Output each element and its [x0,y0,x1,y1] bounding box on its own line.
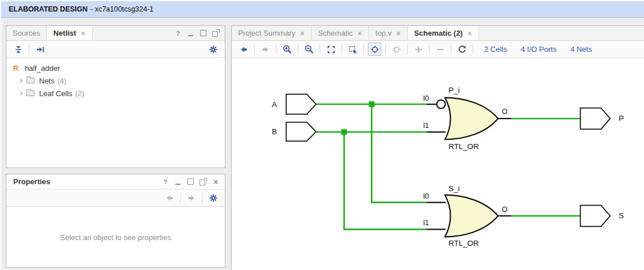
tree-item-half-adder[interactable]: R half_adder [6,62,225,74]
vivado-window: ELABORATED DESIGN - xc7a100tcsg324-1 Sou… [0,0,644,270]
tree-item-leaf-cells[interactable]: Leaf Cells (2) [6,87,225,100]
minimize-icon[interactable] [174,178,182,185]
close-icon[interactable] [300,29,305,37]
gate-P_i-type: RTL_OR [448,142,479,151]
output-port-P[interactable] [580,108,610,130]
expand-cone-button[interactable] [390,43,403,56]
chevron-right-icon[interactable] [18,91,22,95]
properties-title: Properties [13,177,50,186]
select-area-button[interactable] [346,43,359,56]
tree-item-nets-count: (4) [57,77,67,85]
minimize-icon[interactable] [187,29,194,37]
gate-S_i-pin-I0: I0 [423,192,429,200]
schematic-drawing: A B P S P_i RTL_OR I0 I1 O S_i RTL_OR [232,58,644,270]
maximize-icon[interactable] [187,178,194,185]
properties-forward-button[interactable] [185,191,198,204]
forward-button[interactable] [259,43,272,56]
gate-P_i-pin-I0: I0 [423,94,429,102]
help-icon[interactable] [162,178,169,185]
netlist-panel-tabbar: Sources Netlist [6,26,225,41]
tree-item-nets-label: Nets [39,77,55,85]
tab-netlist[interactable]: Netlist [47,26,93,40]
regenerate-button[interactable] [455,43,469,56]
schematic-canvas[interactable]: A B P S P_i RTL_OR I0 I1 O S_i RTL_OR [232,58,644,270]
tree-item-nets[interactable]: Nets (4) [6,74,225,87]
plus-icon [414,45,423,54]
netlist-toolbar [6,41,225,58]
input-port-B[interactable] [286,122,316,141]
gate-S_i-pin-O: O [502,206,508,214]
io-ports-count-link[interactable]: 4 I/O Ports [521,45,557,54]
collapse-all-button[interactable] [12,43,25,56]
netlist-settings-button[interactable] [206,43,220,56]
maximize-icon[interactable] [200,29,207,37]
toolbar-divider [363,44,364,55]
zoom-out-button[interactable] [302,43,316,56]
input-port-A[interactable] [286,94,316,115]
tab-project-summary-label: Project Summary [238,29,296,37]
device-part-label: - xc7a100tcsg324-1 [90,5,154,13]
schematic-stats: 2 Cells 4 I/O Ports 4 Nets [484,45,592,54]
float-icon[interactable] [200,178,207,185]
properties-back-button[interactable] [163,191,176,204]
toolbar-divider [407,44,408,55]
refresh-icon [458,45,467,54]
cells-count-link[interactable]: 2 Cells [484,45,507,54]
toolbar-divider [202,193,202,203]
arrow-left-icon [239,45,248,54]
panel-window-controls [174,26,225,40]
tab-topv[interactable]: top.v [369,26,408,40]
expand-to-selection-button[interactable] [33,43,47,56]
zoom-fit-button[interactable] [324,43,338,56]
gate-P_i-pin-I1: I1 [423,121,429,130]
net-junction[interactable] [369,101,374,107]
crosshair-icon [370,45,379,54]
tab-project-summary[interactable]: Project Summary [232,26,312,40]
float-icon[interactable] [212,29,220,37]
autofit-selection-toggle[interactable] [368,43,381,56]
nets-count-link[interactable]: 4 Nets [570,45,592,54]
close-icon[interactable] [212,178,220,185]
properties-toolbar [6,189,225,207]
schematic-panel: Project Summary Schematic top.v Schemati… [231,25,644,270]
remove-from-schematic-button[interactable] [434,43,447,56]
net-junction[interactable] [341,129,347,135]
close-icon[interactable] [467,29,472,37]
properties-header: Properties [6,174,225,189]
zoom-fit-icon [327,45,336,54]
zoom-out-icon [304,44,314,54]
gate-P_i-or-shape[interactable] [445,98,498,140]
add-to-schematic-button[interactable] [412,43,425,56]
gate-S_i-or-shape[interactable] [445,195,498,237]
tab-schematic-2[interactable]: Schematic (2) [408,26,479,40]
zoom-in-button[interactable] [281,43,294,56]
folder-icon [26,90,34,96]
help-icon[interactable] [174,29,182,37]
schematic-toolbar: 2 Cells 4 I/O Ports 4 Nets [232,41,644,58]
close-icon[interactable] [396,29,401,37]
gear-icon [209,45,218,54]
chevron-right-icon[interactable] [18,78,22,82]
expand-to-icon [36,45,45,54]
toolbar-divider [29,44,29,55]
tree-item-half-adder-label: half_adder [25,64,60,73]
close-icon[interactable] [358,29,362,37]
input-port-A-label: A [272,100,277,109]
gear-icon [209,193,218,203]
tab-sources[interactable]: Sources [6,26,47,40]
net-B-branch-wire[interactable] [344,132,427,229]
properties-settings-button[interactable] [206,191,220,204]
back-button[interactable] [237,43,250,56]
net-A-branch-wire[interactable] [371,104,427,203]
input-port-B-label: B [272,127,277,136]
tab-schematic[interactable]: Schematic [312,26,369,40]
folder-icon [26,78,34,83]
output-port-S[interactable] [580,206,610,227]
toolbar-divider [342,44,342,55]
arrow-right-icon [187,193,196,203]
toolbar-divider [385,44,386,55]
panel-window-controls [162,178,225,185]
tab-schematic-label: Schematic [318,29,353,37]
inversion-bubble[interactable] [437,100,446,109]
close-icon[interactable] [80,29,85,37]
